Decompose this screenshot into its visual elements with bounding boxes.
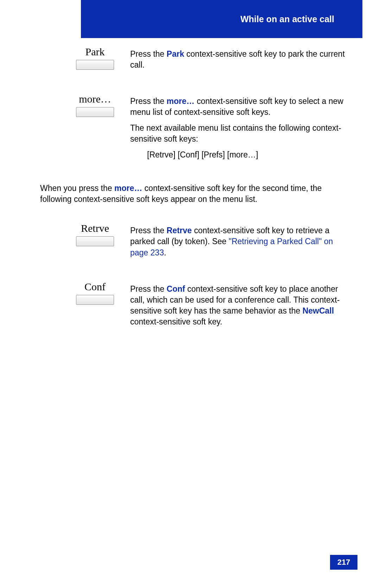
softkey-label-park: Park [60, 46, 130, 58]
text-fragment: context-sensitive soft key. [130, 317, 222, 326]
desc-conf: Press the Conf context-sensitive soft ke… [130, 281, 345, 332]
desc-park: Press the Park context-sensitive soft ke… [130, 46, 345, 75]
desc-retrve: Press the Retrve context-sensitive soft … [130, 222, 345, 263]
softkey-button-more [76, 107, 114, 117]
softkey-button-conf [76, 295, 114, 305]
row-conf: Conf Press the Conf context-sensitive so… [39, 281, 345, 332]
park-desc-text: Press the Park context-sensitive soft ke… [130, 49, 345, 70]
text-fragment: Press the [130, 284, 167, 293]
desc-more: Press the more… context-sensitive soft k… [130, 93, 345, 165]
more-desc-p2: The next available menu list contains th… [130, 123, 345, 144]
softkey-col-retrve: Retrve [39, 222, 130, 263]
softkey-button-park [76, 60, 114, 70]
softkey-col-park: Park [39, 46, 130, 75]
softkey-label-retrve: Retrve [60, 222, 130, 234]
header-block: While on an active call [81, 0, 362, 38]
key-name: more… [167, 97, 195, 106]
key-name: Conf [167, 284, 185, 293]
key-name: NewCall [303, 306, 334, 315]
key-name: more… [114, 184, 142, 193]
page-number: 217 [337, 558, 350, 567]
page-number-block: 217 [330, 555, 357, 570]
row-park: Park Press the Park context-sensitive so… [39, 46, 345, 75]
text-fragment: When you press the [40, 184, 114, 193]
text-fragment: Press the [130, 226, 167, 235]
softkey-col-conf: Conf [39, 281, 130, 332]
retrve-desc-text: Press the Retrve context-sensitive soft … [130, 225, 345, 258]
header-title: While on an active call [240, 14, 334, 24]
text-fragment: Press the [130, 49, 167, 58]
softkey-col-more: more… [39, 93, 130, 165]
more-desc-p3: [Retrve] [Conf] [Prefs] [more…] [130, 149, 345, 160]
softkey-label-more: more… [60, 93, 130, 105]
softkey-label-conf: Conf [60, 281, 130, 293]
mid-text: When you press the more… context-sensiti… [39, 183, 345, 205]
key-name: Park [167, 49, 184, 58]
content-area: Park Press the Park context-sensitive so… [39, 46, 345, 350]
row-more: more… Press the more… context-sensitive … [39, 93, 345, 165]
key-name: Retrve [167, 226, 192, 235]
text-fragment: Press the [130, 97, 167, 106]
text-fragment: . [164, 248, 166, 257]
conf-desc-text: Press the Conf context-sensitive soft ke… [130, 284, 345, 327]
more-desc-p1: Press the more… context-sensitive soft k… [130, 96, 345, 118]
row-retrve: Retrve Press the Retrve context-sensitiv… [39, 222, 345, 263]
softkey-button-retrve [76, 236, 114, 246]
